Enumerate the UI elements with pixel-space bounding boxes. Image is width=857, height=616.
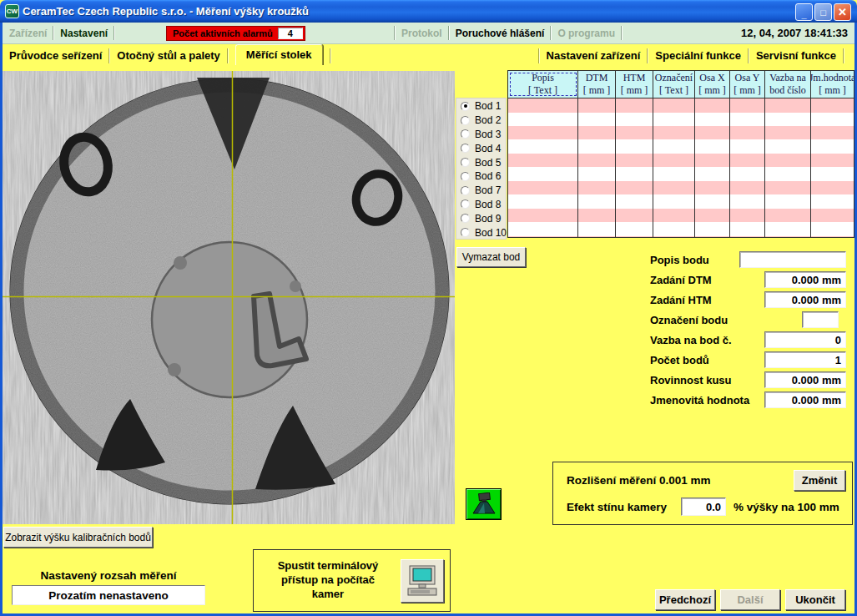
table-column-dtm[interactable] bbox=[578, 98, 616, 237]
point-radio-bod-1[interactable]: Bod 1 bbox=[461, 99, 506, 114]
label-zadani-htm: Zadání HTM bbox=[650, 294, 712, 306]
delete-point-button[interactable]: Vymazat bod bbox=[456, 247, 526, 267]
camera-live-button[interactable] bbox=[466, 488, 502, 520]
minimize-button[interactable]: _ bbox=[795, 3, 813, 21]
separator bbox=[330, 48, 331, 63]
tab-merici-stolek-active[interactable]: Měřící stolek bbox=[235, 44, 323, 65]
point-radio-bod-9[interactable]: Bod 9 bbox=[461, 211, 506, 225]
separator bbox=[113, 26, 115, 40]
next-button[interactable]: Další bbox=[720, 589, 780, 610]
table-column-htm[interactable] bbox=[616, 98, 653, 237]
col-header-vazba[interactable]: Vazba nabod číslo bbox=[765, 71, 811, 98]
col-header-osa-x[interactable]: Osa X[ mm ] bbox=[695, 71, 730, 98]
separator bbox=[53, 26, 54, 40]
minimize-icon: _ bbox=[801, 9, 806, 19]
maximize-button[interactable]: □ bbox=[814, 3, 832, 21]
point-radio-bod-4[interactable]: Bod 4 bbox=[461, 141, 506, 155]
col-header-popis[interactable]: Popis[ Text ] bbox=[508, 71, 578, 98]
radio-icon bbox=[461, 172, 470, 181]
tab-servisni-funkce[interactable]: Servisní funkce bbox=[756, 49, 836, 62]
separator bbox=[550, 26, 552, 40]
input-vazba-na-bod[interactable]: 0 bbox=[764, 331, 846, 348]
col-header-htm[interactable]: HTM[ mm ] bbox=[616, 71, 653, 98]
point-selector-panel: Bod 1 Bod 2 Bod 3 Bod 4 Bod 5 Bod 6 Bod … bbox=[456, 98, 507, 240]
radio-icon bbox=[461, 116, 470, 125]
app-icon: CW bbox=[5, 4, 19, 18]
point-radio-bod-6[interactable]: Bod 6 bbox=[461, 169, 506, 184]
point-radio-bod-10[interactable]: Bod 10 bbox=[461, 225, 506, 240]
window-title: CeramTec Czech Republic s.r.o. - Měření … bbox=[23, 5, 309, 18]
datetime-display: 12, 04, 2007 18:41:33 bbox=[741, 23, 848, 44]
tab-specialni-funkce[interactable]: Speciální funkce bbox=[655, 49, 741, 62]
input-pocet-bodu[interactable]: 1 bbox=[764, 351, 846, 368]
tab-otocny-stul[interactable]: Otočný stůl a palety bbox=[117, 49, 220, 62]
table-column-jm-hodnota[interactable] bbox=[811, 98, 854, 237]
tab-nastaveni-zarizeni[interactable]: Nastavení zařízení bbox=[547, 49, 641, 62]
col-header-oznaceni[interactable]: Označení[ Text ] bbox=[653, 71, 695, 98]
camera-shadow-label: Efekt stínu kamery bbox=[567, 501, 667, 513]
camera-live-icon bbox=[471, 492, 497, 516]
menu-item-protokol[interactable]: Protokol bbox=[401, 28, 442, 39]
point-radio-bod-7[interactable]: Bod 7 bbox=[461, 184, 506, 198]
points-table-body[interactable] bbox=[507, 98, 854, 238]
label-pocet-bodu: Počet bodů bbox=[650, 354, 709, 366]
quit-button[interactable]: Ukončit bbox=[785, 589, 845, 610]
col-header-dtm[interactable]: DTM[ mm ] bbox=[578, 71, 616, 98]
terminal-groupbox: Spustit terminálový přístup na počítač k… bbox=[253, 549, 451, 612]
camera-view[interactable] bbox=[3, 71, 455, 524]
label-oznaceni-bodu: Označení bodu bbox=[650, 314, 728, 326]
separator bbox=[394, 26, 396, 40]
resolution-text: Rozlišení měření 0.001 mm bbox=[567, 474, 711, 487]
menu-item-poruchove-hlaseni[interactable]: Poruchové hlášení bbox=[456, 28, 545, 39]
point-radio-bod-8[interactable]: Bod 8 bbox=[461, 198, 506, 212]
close-icon: ✕ bbox=[838, 6, 847, 18]
previous-button[interactable]: Předchozí bbox=[655, 589, 715, 610]
label-jmenovita-hodnota: Jmenovitá hodnota bbox=[650, 394, 749, 406]
separator bbox=[647, 48, 648, 63]
camera-shadow-input[interactable]: 0.0 bbox=[681, 497, 726, 516]
change-resolution-button[interactable]: Změnit bbox=[794, 470, 845, 491]
table-column-vazba[interactable] bbox=[765, 98, 811, 237]
alarm-label: Počet aktivních alarmů bbox=[167, 28, 273, 38]
table-column-popis[interactable] bbox=[508, 98, 578, 237]
table-column-osa-y[interactable] bbox=[730, 98, 765, 237]
radio-icon bbox=[461, 144, 470, 153]
app-window: CW CeramTec Czech Republic s.r.o. - Měře… bbox=[0, 0, 857, 616]
menu-item-o-programu[interactable]: O programu bbox=[557, 28, 615, 39]
show-calibration-button[interactable]: Zobrazit výšku kalibračních bodů bbox=[3, 527, 153, 548]
point-radio-bod-5[interactable]: Bod 5 bbox=[461, 155, 506, 169]
input-zadani-htm[interactable]: 0.000 mm bbox=[764, 291, 846, 308]
alarm-count: 4 bbox=[278, 28, 303, 39]
terminal-button-label: Spustit terminálový přístup na počítač k… bbox=[260, 558, 396, 601]
tab-pruvodce-serizeni[interactable]: Průvodce seřízení bbox=[9, 49, 102, 62]
range-value-field: Prozatím nenastaveno bbox=[12, 585, 205, 605]
point-radio-bod-3[interactable]: Bod 3 bbox=[461, 128, 506, 142]
separator bbox=[448, 26, 450, 40]
input-popis-bodu[interactable] bbox=[739, 251, 846, 268]
top-menu-bar: ZařízeníNastavení Počet aktivních alarmů… bbox=[3, 23, 854, 44]
close-button[interactable]: ✕ bbox=[834, 3, 851, 21]
input-zadani-dtm[interactable]: 0.000 mm bbox=[764, 271, 846, 288]
camera-image bbox=[3, 71, 455, 524]
table-column-osa-x[interactable] bbox=[695, 98, 730, 237]
input-rovinnost-kusu[interactable]: 0.000 mm bbox=[764, 371, 846, 388]
title-bar[interactable]: CW CeramTec Czech Republic s.r.o. - Měře… bbox=[0, 0, 857, 23]
app-icon-text: CW bbox=[7, 8, 18, 15]
separator bbox=[538, 48, 540, 63]
point-radio-bod-2[interactable]: Bod 2 bbox=[461, 114, 506, 128]
col-header-osa-y[interactable]: Osa Y[ mm ] bbox=[730, 71, 765, 98]
radio-icon bbox=[461, 199, 470, 209]
input-oznaceni-bodu[interactable] bbox=[802, 311, 839, 328]
radio-icon bbox=[461, 129, 470, 139]
label-zadani-dtm: Zadání DTM bbox=[650, 274, 712, 286]
menu-item-zarizeni[interactable]: Zařízení bbox=[9, 28, 47, 39]
menu-item-nastaveni[interactable]: Nastavení bbox=[60, 28, 108, 39]
radio-icon bbox=[461, 214, 470, 223]
terminal-access-button[interactable] bbox=[401, 559, 444, 603]
col-header-jm-hodnota[interactable]: Jm.hodnota[ mm ] bbox=[811, 71, 854, 98]
separator bbox=[108, 48, 110, 63]
separator bbox=[621, 26, 623, 40]
input-jmenovita-hodnota[interactable]: 0.000 mm bbox=[764, 391, 846, 408]
resolution-groupbox: Rozlišení měření 0.001 mm Změnit Efekt s… bbox=[552, 462, 853, 525]
table-column-oznaceni[interactable] bbox=[653, 98, 695, 237]
